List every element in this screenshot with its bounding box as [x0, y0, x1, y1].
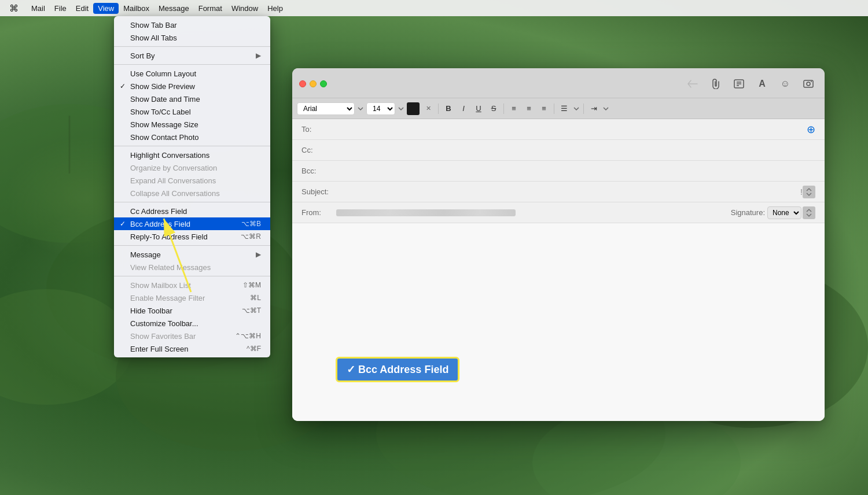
size-select[interactable]: 14: [366, 102, 395, 115]
cc-input[interactable]: [336, 145, 815, 156]
emoji-button[interactable]: ☺: [776, 75, 795, 93]
menu-item-hide-toolbar[interactable]: Hide Toolbar ⌥⌘T: [114, 304, 270, 317]
italic-button[interactable]: I: [457, 102, 470, 115]
cc-field-row: Cc:: [292, 140, 825, 161]
menu-item-show-favorites-bar: Show Favorites Bar ⌃⌥⌘H: [114, 330, 270, 342]
bcc-label: Bcc:: [301, 167, 336, 175]
subject-field-row: Subject: !: [292, 182, 825, 202]
menu-label: Show Mailbox List: [130, 281, 191, 290]
menu-label: Show Date and Time: [130, 95, 200, 104]
align-right-button[interactable]: ≡: [538, 102, 550, 115]
add-recipient-button[interactable]: ⊕: [807, 123, 815, 136]
menu-item-show-tocc-label[interactable]: Show To/Cc Label: [114, 105, 270, 118]
bcc-input[interactable]: [336, 165, 815, 176]
menu-item-highlight-conversations[interactable]: Highlight Conversations: [114, 149, 270, 161]
checkmark-icon: ✓: [120, 220, 126, 228]
menu-label: Show To/Cc Label: [130, 108, 191, 116]
window-toolbar: A ☺: [292, 68, 825, 98]
shortcut-label: ^⌘F: [247, 345, 261, 353]
menu-separator-3: [114, 146, 270, 146]
menu-separator-2: [114, 64, 270, 65]
menu-item-show-message-size[interactable]: Show Message Size: [114, 118, 270, 131]
menubar: ⌘ Mail File Edit View Mailbox Message Fo…: [0, 0, 868, 16]
strikethrough-button[interactable]: S: [487, 102, 500, 115]
font-select[interactable]: Arial: [297, 102, 355, 115]
menu-item-message[interactable]: Message ▶: [114, 248, 270, 261]
menu-item-use-column-layout[interactable]: Use Column Layout: [114, 67, 270, 80]
underline-button[interactable]: U: [472, 102, 485, 115]
menu-label: Enable Message Filter: [130, 294, 205, 302]
clear-format-button[interactable]: ✕: [422, 102, 435, 115]
bcc-field-row: Bcc:: [292, 161, 825, 182]
menu-item-show-all-tabs[interactable]: Show All Tabs: [114, 31, 270, 44]
menu-item-reply-to-address[interactable]: Reply-To Address Field ⌥⌘R: [114, 230, 270, 243]
shortcut-label: ⇧⌘M: [242, 281, 261, 289]
apple-menu[interactable]: ⌘: [5, 2, 23, 15]
menu-label: View Related Messages: [130, 263, 211, 272]
menubar-window[interactable]: Window: [227, 3, 263, 14]
close-button[interactable]: [299, 80, 306, 87]
signature-select[interactable]: None: [767, 206, 801, 219]
menu-item-show-date-time[interactable]: Show Date and Time: [114, 93, 270, 105]
align-left-button[interactable]: ≡: [507, 102, 520, 115]
menubar-message[interactable]: Message: [154, 3, 194, 14]
menu-label: Cc Address Field: [130, 207, 187, 216]
align-center-button[interactable]: ≡: [523, 102, 535, 115]
fmt-separator-4: [583, 104, 584, 114]
menu-item-collapse-conversations: Collapse All Conversations: [114, 187, 270, 200]
menu-item-show-mailbox-list: Show Mailbox List ⇧⌘M: [114, 279, 270, 291]
menu-label: Hide Toolbar: [130, 306, 172, 315]
menubar-view[interactable]: View: [93, 3, 119, 14]
to-input[interactable]: [336, 124, 804, 135]
menu-item-show-contact-photo[interactable]: Show Contact Photo: [114, 131, 270, 143]
callout-label: ✓ Bcc Address Field: [336, 357, 459, 382]
svg-point-15: [811, 81, 812, 82]
traffic-lights: [299, 80, 327, 87]
maximize-button[interactable]: [320, 80, 327, 87]
menu-label: Bcc Address Field: [130, 220, 190, 228]
menu-item-sort-by[interactable]: Sort By ▶: [114, 49, 270, 62]
attach-button[interactable]: [707, 75, 725, 93]
menu-item-show-tab-bar[interactable]: Show Tab Bar: [114, 19, 270, 31]
menu-label: Show All Tabs: [130, 34, 177, 42]
menu-item-show-side-preview[interactable]: ✓ Show Side Preview: [114, 80, 270, 93]
font-button[interactable]: A: [753, 75, 771, 93]
menubar-edit[interactable]: Edit: [71, 3, 93, 14]
cc-label: Cc:: [301, 146, 336, 154]
bold-button[interactable]: B: [442, 102, 455, 115]
menu-item-cc-address-field[interactable]: Cc Address Field: [114, 205, 270, 217]
menubar-mailbox[interactable]: Mailbox: [119, 3, 154, 14]
menu-label: Show Tab Bar: [130, 21, 177, 29]
menu-label: Show Favorites Bar: [130, 332, 196, 341]
signature-label: Signature:: [731, 208, 765, 217]
list-button[interactable]: ☰: [558, 102, 571, 115]
fmt-separator-1: [438, 104, 439, 114]
menu-label: Show Contact Photo: [130, 133, 199, 142]
menu-item-organize-conversation: Organize by Conversation: [114, 161, 270, 174]
shortcut-label: ⌃⌥⌘H: [235, 332, 261, 340]
menu-separator-5: [114, 245, 270, 246]
signature-stepper[interactable]: [803, 206, 815, 219]
menu-label: Sort By: [130, 51, 155, 60]
text-color-button[interactable]: [407, 102, 420, 115]
menu-label: Customize Toolbar...: [130, 319, 198, 328]
menubar-file[interactable]: File: [50, 3, 71, 14]
subject-input[interactable]: [336, 186, 798, 197]
menu-item-bcc-address-field[interactable]: ✓ Bcc Address Field ⌥⌘B: [114, 217, 270, 230]
menubar-help[interactable]: Help: [263, 3, 288, 14]
subject-stepper[interactable]: [803, 186, 815, 198]
menu-item-enter-full-screen[interactable]: Enter Full Screen ^⌘F: [114, 342, 270, 355]
indent-button[interactable]: ⇥: [587, 102, 600, 115]
menu-item-customize-toolbar[interactable]: Customize Toolbar...: [114, 317, 270, 330]
menu-label: Expand All Conversations: [130, 176, 216, 185]
menubar-mail[interactable]: Mail: [27, 3, 50, 14]
address-button[interactable]: [730, 75, 748, 93]
photo-button[interactable]: [799, 75, 818, 93]
menu-separator-1: [114, 46, 270, 47]
menubar-format[interactable]: Format: [194, 3, 227, 14]
minimize-button[interactable]: [310, 80, 317, 87]
from-label: From:: [301, 208, 336, 217]
compose-body[interactable]: [292, 223, 825, 421]
menu-item-expand-conversations: Expand All Conversations: [114, 174, 270, 187]
to-label: To:: [301, 125, 336, 134]
